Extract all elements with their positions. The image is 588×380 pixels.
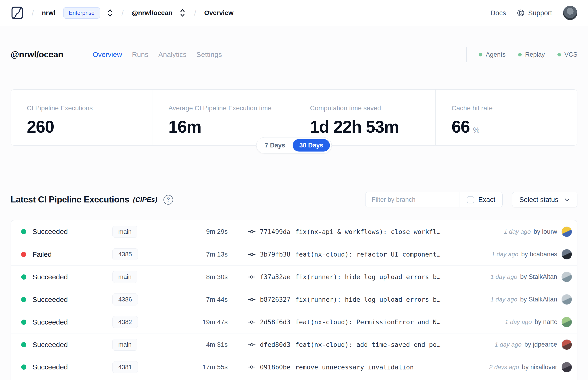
duration: 8m 30s xyxy=(189,273,228,281)
status-dot-icon xyxy=(21,297,26,302)
status-label: Succeeded xyxy=(33,341,113,349)
status-label: Succeeded xyxy=(33,228,113,236)
exact-checkbox[interactable] xyxy=(467,196,474,203)
status-select-button[interactable]: Select status xyxy=(512,192,577,208)
indicator-vcs: VCS xyxy=(557,51,577,58)
commit-text: 0918b0beremove unnecessary invalidation xyxy=(260,363,485,371)
time-ago: 2 days ago xyxy=(489,363,519,371)
branch-cell: main xyxy=(113,226,189,238)
author: by nixallover xyxy=(522,363,557,371)
commit-text: 3b79fb38feat(nx-cloud): refactor UI comp… xyxy=(260,251,488,258)
indicator-label: Agents xyxy=(486,51,505,58)
status-dot-icon xyxy=(21,274,26,280)
row-avatar xyxy=(561,272,572,282)
branch-badge: main xyxy=(113,271,137,283)
cipe-row[interactable]: Succeeded438219m 47s2d58f6d3feat(nx-clou… xyxy=(11,311,577,333)
row-meta: 1 day agoby StalkAltan xyxy=(490,296,557,303)
commit-icon xyxy=(248,273,256,281)
commit-message: feat(nx-cloud): add time-saved end po… xyxy=(295,341,440,348)
branch-filter-group: Exact xyxy=(365,192,503,208)
duration: 7m 13s xyxy=(189,251,228,258)
docs-link[interactable]: Docs xyxy=(490,9,506,17)
workspace-header: @nrwl/ocean OverviewRunsAnalyticsSetting… xyxy=(0,46,588,63)
commit-hash: f37a32ae xyxy=(260,273,290,281)
indicator-label: Replay xyxy=(525,51,545,58)
cipe-row[interactable]: Succeeded43867m 44sb8726327fix(runner): … xyxy=(11,288,577,311)
exact-label: Exact xyxy=(478,196,495,204)
range-option-7-days[interactable]: 7 Days xyxy=(258,139,292,152)
tab-runs[interactable]: Runs xyxy=(132,51,148,58)
tab-analytics[interactable]: Analytics xyxy=(158,51,187,58)
status-dot-icon xyxy=(21,320,26,325)
commit-icon xyxy=(248,341,256,349)
indicator-dot-icon xyxy=(479,53,482,57)
feature-indicators: AgentsReplayVCS xyxy=(466,47,577,62)
author: by StalkAltan xyxy=(520,296,557,303)
commit-text: 771499dafix(nx-api & workflows): close w… xyxy=(260,228,500,235)
date-range-toggle: 7 Days30 Days xyxy=(256,137,332,153)
cipe-row[interactable]: Succeededmain9m 29s771499dafix(nx-api & … xyxy=(11,220,577,243)
user-avatar[interactable] xyxy=(563,6,577,20)
help-icon[interactable]: ? xyxy=(163,195,173,205)
workspace-switcher-chevrons-icon[interactable] xyxy=(179,8,186,18)
range-option-30-days[interactable]: 30 Days xyxy=(293,139,330,152)
commit-message: feat(nx-cloud): refactor UI component… xyxy=(295,251,440,258)
tab-settings[interactable]: Settings xyxy=(196,51,222,58)
cipe-row[interactable]: Succeeded438117m 55s0918b0beremove unnec… xyxy=(11,356,577,378)
row-avatar xyxy=(561,294,572,305)
commit-text: dfed80d3feat(nx-cloud): add time-saved e… xyxy=(260,341,491,348)
cipe-row[interactable]: Succeededmain8m 30sf37a32aefix(runner): … xyxy=(11,266,577,288)
author: by jdpearce xyxy=(524,341,557,348)
branch-cell: 4381 xyxy=(113,361,189,373)
stat-suffix: % xyxy=(473,126,480,134)
breadcrumb-org[interactable]: nrwl xyxy=(42,9,56,17)
time-ago: 1 day ago xyxy=(490,296,517,303)
exact-match-option: Exact xyxy=(460,192,502,207)
row-avatar xyxy=(561,227,572,237)
row-avatar xyxy=(561,339,572,350)
table-filters: Exact Select status xyxy=(365,192,577,208)
status-dot-icon xyxy=(21,342,26,347)
tab-overview[interactable]: Overview xyxy=(93,51,122,58)
author: by nartc xyxy=(535,318,557,326)
row-meta: 1 day agoby nartc xyxy=(505,318,557,326)
org-switcher-chevrons-icon[interactable] xyxy=(107,8,114,18)
stats-cards-container: CI Pipeline Executions260Average CI Pipe… xyxy=(11,89,577,146)
row-meta: 1 day agoby bcabanes xyxy=(492,251,557,258)
branch-badge: 4386 xyxy=(113,293,138,305)
status-dot-icon xyxy=(21,229,26,234)
breadcrumb: / nrwl Enterprise / @nrwl/ocean / Overvi… xyxy=(11,6,234,19)
commit-hash: 3b79fb38 xyxy=(260,251,290,258)
branch-cell: 4385 xyxy=(113,248,189,260)
plan-badge[interactable]: Enterprise xyxy=(63,7,100,19)
cipe-row[interactable]: Failed43857m 13s3b79fb38feat(nx-cloud): … xyxy=(11,243,577,266)
commit-hash: 771499da xyxy=(260,228,290,235)
branch-cell: main xyxy=(113,339,189,351)
status-dot-icon xyxy=(21,252,26,257)
stat-number: 260 xyxy=(27,117,54,136)
branch-filter-input[interactable] xyxy=(365,192,460,207)
stat-label: Average CI Pipeline Execution time xyxy=(168,104,289,112)
workspace-title: @nrwl/ocean xyxy=(11,50,63,59)
time-ago: 1 day ago xyxy=(505,318,532,326)
status-dot-icon xyxy=(21,364,26,370)
branch-badge: 4385 xyxy=(113,248,138,260)
stat-number: 66 xyxy=(452,117,470,136)
status-label: Succeeded xyxy=(33,363,113,371)
duration: 19m 47s xyxy=(189,318,228,326)
commit-hash: 0918b0be xyxy=(260,363,290,371)
commit-message: remove unnecessary invalidation xyxy=(295,363,414,371)
stat-value: 260 xyxy=(27,117,148,136)
breadcrumb-workspace[interactable]: @nrwl/ocean xyxy=(132,9,173,17)
cipe-table: Succeededmain9m 29s771499dafix(nx-api & … xyxy=(11,220,577,380)
stat-value: 16m xyxy=(168,117,289,136)
support-link[interactable]: Support xyxy=(517,9,552,17)
cipe-row[interactable]: Succeededmain4m 31sdfed80d3feat(nx-cloud… xyxy=(11,333,577,356)
author: by bcabanes xyxy=(521,251,557,258)
time-ago: 1 day ago xyxy=(490,273,517,281)
commit-icon xyxy=(248,363,256,371)
duration: 7m 44s xyxy=(189,296,228,303)
nx-cloud-logo-icon[interactable] xyxy=(11,6,24,19)
stat-card-computation-time-saved: Computation time saved1d 22h 53m xyxy=(294,90,436,145)
status-label: Succeeded xyxy=(33,273,113,281)
